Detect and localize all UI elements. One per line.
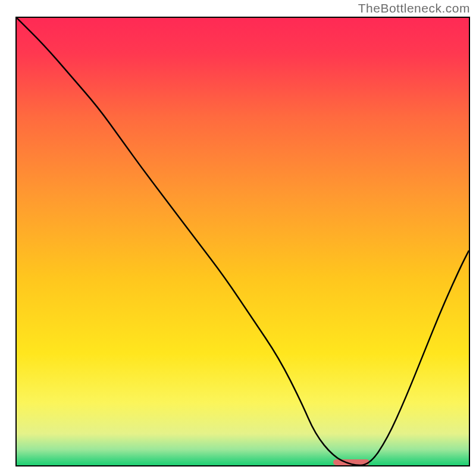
bottleneck-curve-path <box>17 18 469 465</box>
bottleneck-curve <box>17 18 469 465</box>
watermark-text: TheBottleneck.com <box>358 1 470 15</box>
chart-plot-area <box>15 17 470 466</box>
